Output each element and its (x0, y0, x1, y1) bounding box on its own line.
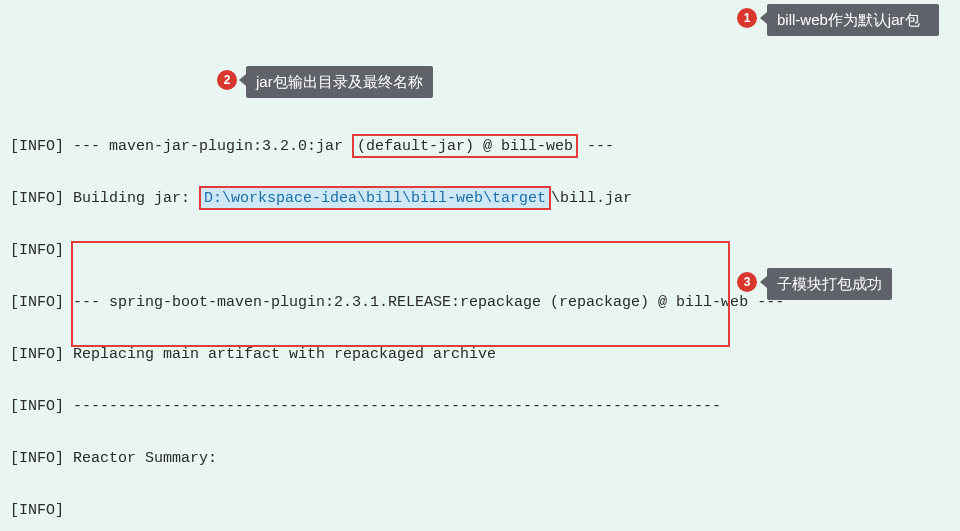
log-line: [INFO] (10, 498, 950, 524)
annotation-callout-1: bill-web作为默认jar包 (767, 4, 939, 36)
annotation-callout-2: jar包输出目录及最终名称 (246, 66, 433, 98)
log-line: [INFO] --- maven-jar-plugin:3.2.0:jar (d… (10, 134, 950, 160)
highlight-default-jar: (default-jar) @ bill-web (352, 134, 578, 158)
annotation-badge-3: 3 (737, 272, 757, 292)
log-line: [INFO] Replacing main artifact with repa… (10, 342, 950, 368)
log-line: [INFO] Reactor Summary: (10, 446, 950, 472)
annotation-callout-3: 子模块打包成功 (767, 268, 892, 300)
console-output: [INFO] --- maven-jar-plugin:3.2.0:jar (d… (0, 104, 960, 531)
log-line: [INFO] Building jar: D:\workspace-idea\b… (10, 186, 950, 212)
annotation-badge-2: 2 (217, 70, 237, 90)
highlight-jar-path: D:\workspace-idea\bill\bill-web\target (199, 186, 551, 210)
log-line: [INFO] (10, 238, 950, 264)
annotation-badge-1: 1 (737, 8, 757, 28)
log-line: [INFO] ---------------------------------… (10, 394, 950, 420)
